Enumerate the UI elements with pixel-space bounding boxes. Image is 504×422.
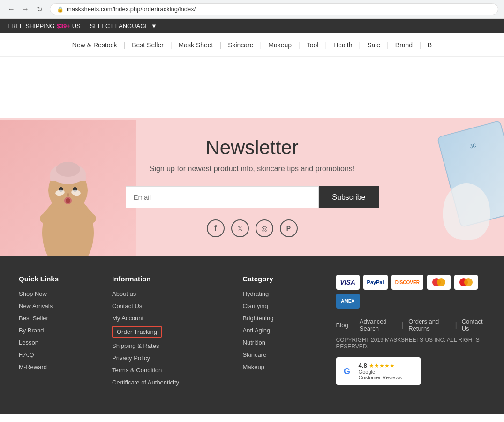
nav-item-new-restock[interactable]: New & Restock: [66, 41, 124, 49]
list-item: Order Tracking: [112, 326, 243, 338]
lock-icon: 🔒: [57, 6, 64, 13]
paypal-payment-icon: PayPal: [363, 275, 388, 290]
footer-information: Information About us Contact Us My Accou…: [112, 275, 243, 386]
nav-item-brand[interactable]: Brand: [389, 41, 419, 49]
shop-now-link[interactable]: Shop Now: [19, 290, 47, 297]
nav-link-mask-sheet[interactable]: Mask Sheet: [172, 41, 220, 49]
nav-link-brand[interactable]: Brand: [389, 41, 419, 49]
new-arrivals-link[interactable]: New Arrivals: [19, 302, 53, 309]
nav-link-skincare[interactable]: Skincare: [221, 41, 260, 49]
svg-point-14: [87, 214, 96, 223]
google-reviews-widget[interactable]: G 4.8 ★★★★★ Google Customer Reviews: [336, 357, 421, 385]
list-item: Terms & Condition: [112, 366, 243, 374]
terms-conditions-link[interactable]: Terms & Condition: [112, 367, 162, 374]
list-item: Privacy Policy: [112, 354, 243, 362]
dropdown-arrow-icon: ▼: [151, 23, 157, 30]
pinterest-icon[interactable]: P: [280, 219, 298, 237]
nav-item-best-seller[interactable]: Best Seller: [125, 41, 170, 49]
nav-link-b[interactable]: B: [421, 41, 438, 49]
twitter-icon[interactable]: 𝕏: [231, 219, 249, 237]
refresh-button[interactable]: ↻: [34, 4, 45, 15]
amex-payment-icon: AMEX: [336, 294, 360, 309]
newsletter-section: JC Newsletter Sign up for newest product…: [0, 118, 504, 256]
nav-link-new-restock[interactable]: New & Restock: [66, 41, 124, 49]
nav-link-health[interactable]: Health: [327, 41, 359, 49]
copyright-text: COPYRIGHT 2019 MASKSHEETS US INC. ALL RI…: [336, 337, 485, 350]
list-item: M-Reward: [19, 362, 112, 371]
sep-2: |: [402, 321, 404, 329]
nav-item-makeup[interactable]: Makeup: [262, 41, 298, 49]
list-item: F.A.Q: [19, 350, 112, 359]
social-icons: f 𝕏 ◎ P: [126, 219, 379, 237]
privacy-policy-link[interactable]: Privacy Policy: [112, 354, 150, 362]
list-item: Shop Now: [19, 289, 112, 298]
orders-returns-link[interactable]: Orders and Returns: [408, 318, 450, 332]
nav-link-tool[interactable]: Tool: [300, 41, 325, 49]
faq-link[interactable]: F.A.Q: [19, 351, 34, 358]
footer-columns: Quick Links Shop Now New Arrivals Best S…: [19, 275, 485, 386]
nav-item-mask-sheet[interactable]: Mask Sheet: [172, 41, 220, 49]
back-button[interactable]: ←: [6, 4, 17, 15]
instagram-icon[interactable]: ◎: [256, 219, 273, 237]
certificate-link[interactable]: Certificate of Authenticity: [112, 379, 179, 386]
about-us-link[interactable]: About us: [112, 290, 136, 297]
reviews-info: 4.8 ★★★★★ Google Customer Reviews: [359, 362, 402, 380]
m-reward-link[interactable]: M-Reward: [19, 363, 47, 370]
list-item: Skincare: [243, 350, 336, 359]
language-select[interactable]: SELECT LANGUAGE ▼: [90, 23, 157, 30]
svg-text:G: G: [344, 367, 350, 376]
brightening-link[interactable]: Brightening: [243, 315, 274, 322]
address-bar[interactable]: 🔒 masksheets.com/index.php/ordertracking…: [50, 3, 498, 15]
footer-quick-links: Quick Links Shop Now New Arrivals Best S…: [19, 275, 112, 386]
facebook-icon[interactable]: f: [207, 219, 225, 237]
my-account-link[interactable]: My Account: [112, 315, 143, 322]
mask-face-decoration: [443, 183, 490, 240]
nav-item-b[interactable]: B: [421, 41, 438, 49]
newsletter-form: Subscribe: [126, 186, 379, 208]
best-seller-link[interactable]: Best Seller: [19, 315, 48, 322]
forward-button[interactable]: →: [20, 4, 31, 15]
clarifying-link[interactable]: Clarifying: [243, 302, 268, 309]
svg-point-8: [67, 193, 69, 197]
hydrating-link[interactable]: Hydrating: [243, 290, 269, 297]
contact-us-bottom-link[interactable]: Contact Us: [462, 318, 485, 332]
category-list: Hydrating Clarifying Brightening Anti Ag…: [243, 289, 336, 371]
svg-point-13: [40, 214, 49, 223]
list-item: By Brand: [19, 326, 112, 334]
newsletter-product-image: JC: [410, 118, 504, 254]
makeup-link[interactable]: Makeup: [243, 363, 264, 370]
free-shipping-text: FREE SHIPPING: [8, 23, 54, 30]
sep-1: |: [353, 321, 355, 329]
email-input[interactable]: [126, 186, 319, 208]
lesson-link[interactable]: Lesson: [19, 339, 38, 346]
nutrition-link[interactable]: Nutrition: [243, 339, 265, 346]
nav-item-sale[interactable]: Sale: [361, 41, 387, 49]
information-list: About us Contact Us My Account Order Tra…: [112, 289, 243, 386]
shipping-rates-link[interactable]: Shipping & Rates: [112, 342, 159, 349]
by-brand-link[interactable]: By Brand: [19, 327, 44, 334]
nav-item-skincare[interactable]: Skincare: [221, 41, 260, 49]
blog-link[interactable]: Blog: [336, 322, 348, 329]
hero-area: [0, 57, 504, 118]
nav-item-health[interactable]: Health: [327, 41, 359, 49]
free-shipping-notice: FREE SHIPPING $39+ US: [8, 23, 81, 30]
nav-link-sale[interactable]: Sale: [361, 41, 387, 49]
subscribe-button[interactable]: Subscribe: [319, 186, 378, 208]
newsletter-person-image: [0, 120, 136, 256]
quick-links-heading: Quick Links: [19, 275, 112, 283]
visa-payment-icon: VISA: [336, 275, 360, 290]
nav-link-makeup[interactable]: Makeup: [262, 41, 298, 49]
anti-aging-link[interactable]: Anti Aging: [243, 327, 271, 334]
nav-item-tool[interactable]: Tool: [300, 41, 325, 49]
advanced-search-link[interactable]: Advanced Search: [360, 318, 397, 332]
list-item: About us: [112, 289, 243, 298]
mastercard-payment-icon: [454, 275, 478, 290]
list-item: New Arrivals: [19, 301, 112, 310]
list-item: Best Seller: [19, 314, 112, 322]
nav-link-best-seller[interactable]: Best Seller: [125, 41, 170, 49]
category-heading: Category: [243, 275, 336, 283]
order-tracking-link[interactable]: Order Tracking: [112, 326, 162, 338]
contact-us-link[interactable]: Contact Us: [112, 302, 142, 309]
skincare-link[interactable]: Skincare: [243, 351, 267, 358]
maestro-payment-icon: [427, 275, 451, 290]
